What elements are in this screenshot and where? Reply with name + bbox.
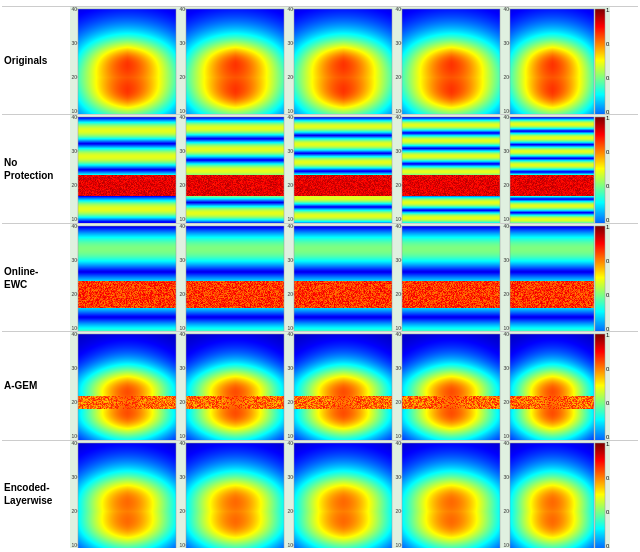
plot-noprot-3 [286,115,394,222]
plot-agem-2 [178,332,286,439]
canvas-ewc-5 [502,224,610,331]
plot-originals-2 [178,7,286,114]
plot-enc-1 [70,441,178,548]
canvas-enc-3 [286,441,394,548]
plot-enc-4 [394,441,502,548]
plot-ewc-4 [394,224,502,331]
plot-originals-5 [502,7,610,114]
row-label-encoded-layerwise: Encoded-Layerwise [2,481,70,507]
canvas-agem-3 [286,332,394,439]
canvas-enc-5 [502,441,610,548]
canvas-noprot-2 [178,115,286,222]
row-label-no-protection: NoProtection [2,156,70,182]
canvas-ewc-4 [394,224,502,331]
row-online-ewc: Online-EWC [2,223,638,331]
row-originals: Originals [2,6,638,114]
plot-originals-3 [286,7,394,114]
canvas-noprot-1 [70,115,178,222]
plots-a-gem [70,332,638,439]
canvas-noprot-3 [286,115,394,222]
plot-ewc-3 [286,224,394,331]
canvas-enc-1 [70,441,178,548]
canvas-originals-1 [70,7,178,114]
canvas-agem-2 [178,332,286,439]
main-container: Originals NoProtect [0,0,640,552]
canvas-noprot-5 [502,115,610,222]
plot-agem-3 [286,332,394,439]
plot-noprot-5 [502,115,610,222]
plot-enc-3 [286,441,394,548]
plot-ewc-1 [70,224,178,331]
plots-originals [70,7,638,114]
plots-no-protection [70,115,638,222]
canvas-agem-1 [70,332,178,439]
canvas-originals-5 [502,7,610,114]
canvas-noprot-4 [394,115,502,222]
plot-noprot-1 [70,115,178,222]
plot-enc-5 [502,441,610,548]
canvas-agem-5 [502,332,610,439]
rows-container: Originals NoProtect [2,6,638,548]
plots-encoded-layerwise [70,441,638,548]
row-encoded-layerwise: Encoded-Layerwise [2,440,638,548]
canvas-agem-4 [394,332,502,439]
row-a-gem: A-GEM [2,331,638,439]
plot-originals-4 [394,7,502,114]
plot-enc-2 [178,441,286,548]
row-no-protection: NoProtection [2,114,638,222]
plot-noprot-4 [394,115,502,222]
plot-agem-1 [70,332,178,439]
plot-agem-4 [394,332,502,439]
canvas-enc-4 [394,441,502,548]
plot-noprot-2 [178,115,286,222]
plot-ewc-2 [178,224,286,331]
canvas-ewc-2 [178,224,286,331]
canvas-originals-3 [286,7,394,114]
row-label-a-gem: A-GEM [2,379,70,392]
canvas-ewc-3 [286,224,394,331]
plot-originals-1 [70,7,178,114]
plots-online-ewc [70,224,638,331]
canvas-originals-4 [394,7,502,114]
plot-agem-5 [502,332,610,439]
canvas-originals-2 [178,7,286,114]
row-label-originals: Originals [2,54,70,67]
canvas-ewc-1 [70,224,178,331]
canvas-enc-2 [178,441,286,548]
row-label-online-ewc: Online-EWC [2,265,70,291]
plot-ewc-5 [502,224,610,331]
